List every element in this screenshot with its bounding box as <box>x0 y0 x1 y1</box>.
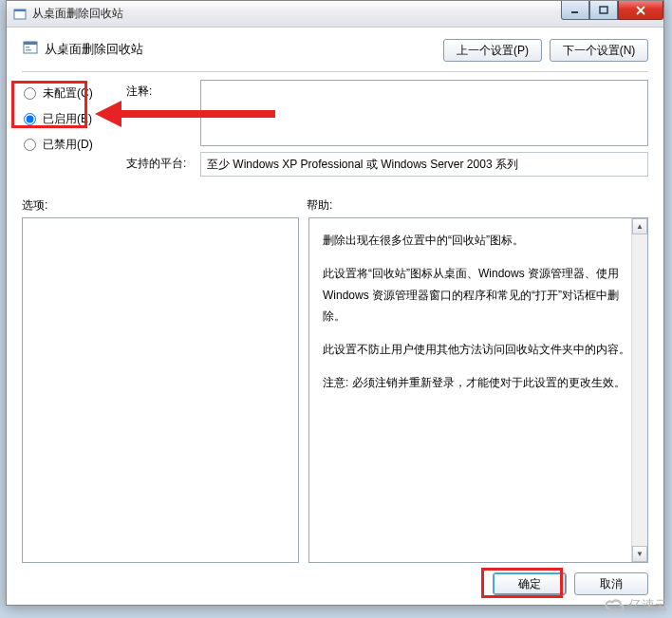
options-label: 选项: <box>22 197 307 214</box>
minimize-button[interactable] <box>561 1 589 20</box>
maximize-button[interactable] <box>589 1 618 20</box>
help-paragraph: 注意: 必须注销并重新登录，才能使对于此设置的更改生效。 <box>323 372 634 394</box>
policy-header: 从桌面删除回收站 <box>22 39 443 59</box>
policy-title: 从桌面删除回收站 <box>45 41 143 58</box>
comment-textarea[interactable] <box>200 80 648 146</box>
svg-rect-1 <box>14 9 26 11</box>
dialog-window: 从桌面删除回收站 从桌面删除回收站 上一个设置(P) 下一个设置(N <box>6 0 664 606</box>
help-paragraph: 删除出现在很多位置中的“回收站”图标。 <box>323 230 634 252</box>
scroll-down-icon[interactable]: ▼ <box>632 546 647 562</box>
client-area: 从桌面删除回收站 上一个设置(P) 下一个设置(N) 未配置(C) 已启用(E) <box>7 28 663 605</box>
cancel-button[interactable]: 取消 <box>574 572 648 595</box>
platform-text: 至少 Windows XP Professional 或 Windows Ser… <box>207 157 518 173</box>
separator <box>22 71 648 72</box>
radio-enabled[interactable]: 已启用(E) <box>22 107 126 131</box>
comment-label: 注释: <box>126 80 193 100</box>
radio-disabled-label: 已禁用(D) <box>43 137 93 153</box>
radio-not-configured-label: 未配置(C) <box>43 85 93 102</box>
svg-rect-6 <box>26 47 29 48</box>
radio-enabled-input[interactable] <box>24 113 36 125</box>
supported-platform-field: 至少 Windows XP Professional 或 Windows Ser… <box>200 152 648 177</box>
help-paragraph: 此设置不防止用户使用其他方法访问回收站文件夹中的内容。 <box>323 339 634 361</box>
window-controls <box>561 1 663 20</box>
radio-enabled-label: 已启用(E) <box>43 111 92 127</box>
radio-disabled[interactable]: 已禁用(D) <box>22 133 126 157</box>
next-setting-button[interactable]: 下一个设置(N) <box>550 39 648 62</box>
ok-button[interactable]: 确定 <box>493 572 567 595</box>
help-paragraph: 此设置将“回收站”图标从桌面、Windows 资源管理器、使用 Windows … <box>323 263 634 328</box>
svg-rect-5 <box>24 42 37 45</box>
svg-rect-7 <box>26 49 31 51</box>
titlebar-text: 从桌面删除回收站 <box>32 6 123 22</box>
state-radio-group: 未配置(C) 已启用(E) 已禁用(D) <box>22 80 126 159</box>
options-pane[interactable] <box>22 217 299 563</box>
policy-icon <box>22 39 39 59</box>
radio-disabled-input[interactable] <box>24 139 36 151</box>
titlebar[interactable]: 从桌面删除回收站 <box>7 1 663 28</box>
scroll-up-icon[interactable]: ▲ <box>632 218 647 234</box>
scrollbar[interactable]: ▲ ▼ <box>631 218 647 562</box>
svg-rect-3 <box>600 7 607 13</box>
radio-not-configured-input[interactable] <box>24 87 36 100</box>
platform-label: 支持的平台: <box>126 152 193 172</box>
help-label: 帮助: <box>307 197 332 214</box>
radio-not-configured[interactable]: 未配置(C) <box>22 82 126 105</box>
close-button[interactable] <box>618 1 663 20</box>
help-pane[interactable]: 删除出现在很多位置中的“回收站”图标。 此设置将“回收站”图标从桌面、Windo… <box>308 217 648 563</box>
app-icon <box>12 7 28 22</box>
prev-setting-button[interactable]: 上一个设置(P) <box>443 39 542 62</box>
